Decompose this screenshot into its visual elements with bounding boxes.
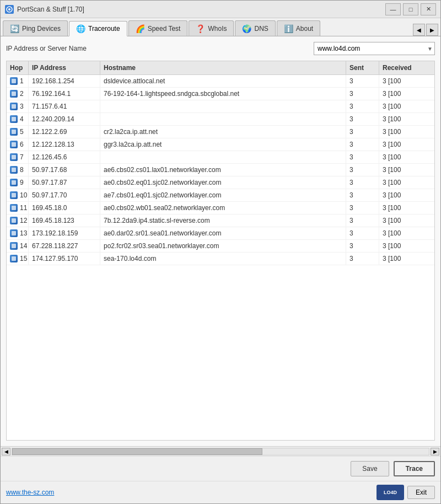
maximize-button[interactable]: □ [403,3,418,15]
cell-hostname: ggr3.la2ca.ip.att.net [100,138,346,151]
table-row[interactable]: 11169.45.18.0ae0.cbs02.wb01.sea02.networ… [7,202,434,215]
brand-logo: LO4D [377,485,404,500]
hop-icon [10,128,18,136]
table-row[interactable]: 13173.192.18.159ae0.dar02.sr01.sea01.net… [7,227,434,240]
window-controls: — □ ✕ [385,3,436,15]
footer-brand: LO4D Exit [377,485,435,500]
cell-hop: 11 [7,202,29,214]
save-button[interactable]: Save [351,461,389,476]
hop-icon [10,166,18,174]
cell-received: 3 [100 [379,253,434,265]
table-row[interactable]: 712.126.45.633 [100 [7,151,434,164]
exit-button[interactable]: Exit [407,486,435,499]
col-hostname: Hostname [100,61,346,74]
address-select-wrapper: www.lo4d.com ▼ [314,42,435,55]
hop-icon [10,179,18,186]
tab-speed-label: Speed Test [148,25,181,33]
tab-traceroute[interactable]: 🌐 Traceroute [69,21,127,36]
trace-button[interactable]: Trace [394,461,435,476]
cell-received: 3 [100 [379,227,434,239]
tab-speed-test[interactable]: 🌈 Speed Test [128,20,188,36]
col-received: Received [379,61,434,74]
table-row[interactable]: 512.122.2.69cr2.la2ca.ip.att.net33 [100 [7,126,434,138]
col-sent: Sent [346,61,379,74]
tab-traceroute-label: Traceroute [88,25,120,33]
cell-hop: 2 [7,88,29,100]
cell-hop: 10 [7,189,29,201]
tab-whois[interactable]: ❓ WhoIs [189,20,234,36]
window-title: PortScan & Stuff [1.70] [17,6,385,13]
tab-scroll-left[interactable]: ◀ [413,24,425,36]
hop-icon [10,115,18,123]
tab-about[interactable]: ℹ️ About [277,20,320,36]
cell-ip: 192.168.1.254 [29,75,100,87]
cell-sent: 3 [346,253,379,265]
cell-hostname [100,151,346,163]
cell-ip: 12.122.2.69 [29,126,100,138]
traceroute-table: Hop IP Address Hostname Sent Received 11… [6,61,435,441]
speed-icon: 🌈 [136,24,145,33]
cell-received: 3 [100 [379,189,434,201]
cell-ip: 173.192.18.159 [29,227,100,239]
cell-sent: 3 [346,240,379,252]
trace-icon: 🌐 [76,24,85,33]
horizontal-scrollbar: ◀ ▶ [1,446,440,456]
scroll-right-arrow[interactable]: ▶ [431,448,439,455]
table-row[interactable]: 12169.45.18.1237b.12.2da9.ip4.static.sl-… [7,215,434,227]
bottom-bar: Save Trace [1,456,440,481]
cell-sent: 3 [346,126,379,138]
cell-hostname: 7b.12.2da9.ip4.static.sl-reverse.com [100,215,346,227]
table-row[interactable]: 1050.97.17.70ae7.cbs01.eq01.sjc02.networ… [7,189,434,202]
table-row[interactable]: 15174.127.95.170sea-170.lo4d.com33 [100 [7,253,434,265]
main-window: PortScan & Stuff [1.70] — □ ✕ 🔄 Ping Dev… [0,0,441,504]
tab-ping-devices[interactable]: 🔄 Ping Devices [3,20,68,36]
tab-whois-label: WhoIs [208,25,227,33]
table-row[interactable]: 371.157.6.4133 [100 [7,100,434,113]
col-ip: IP Address [29,61,100,74]
cell-ip: 174.127.95.170 [29,253,100,265]
close-button[interactable]: ✕ [421,3,436,15]
tab-dns[interactable]: 🌍 DNS [235,20,275,36]
minimize-button[interactable]: — [385,3,401,15]
table-row[interactable]: 1467.228.118.227po2.fcr02.sr03.sea01.net… [7,240,434,253]
cell-hop: 7 [7,151,29,163]
footer: www.the-sz.com LO4D Exit [1,481,440,503]
cell-received: 3 [100 [379,164,434,176]
cell-ip: 12.122.128.13 [29,138,100,151]
scroll-left-arrow[interactable]: ◀ [2,448,10,455]
cell-hop: 8 [7,164,29,176]
table-row[interactable]: 1192.168.1.254dsldevice.attlocal.net33 [… [7,75,434,88]
hop-icon [10,242,18,250]
table-row[interactable]: 950.97.17.87ae0.cbs02.eq01.sjc02.network… [7,176,434,189]
cell-ip: 12.126.45.6 [29,151,100,163]
brand-text: LO4D [384,490,397,495]
cell-sent: 3 [346,176,379,189]
website-link[interactable]: www.the-sz.com [6,489,54,496]
tab-scroll-right[interactable]: ▶ [426,24,438,36]
table-row[interactable]: 612.122.128.13ggr3.la2ca.ip.att.net33 [1… [7,138,434,151]
table-row[interactable]: 276.192.164.176-192-164-1.lightspeed.snd… [7,88,434,100]
cell-received: 3 [100 [379,126,434,138]
table-body: 1192.168.1.254dsldevice.attlocal.net33 [… [7,75,434,440]
tab-bar: 🔄 Ping Devices 🌐 Traceroute 🌈 Speed Test… [1,18,440,36]
title-bar: PortScan & Stuff [1.70] — □ ✕ [1,1,440,18]
content-area: IP Address or Server Name www.lo4d.com ▼… [1,36,440,446]
about-icon: ℹ️ [284,24,293,33]
tab-nav-arrows: ◀ ▶ [413,24,438,36]
tab-dns-label: DNS [254,25,268,33]
scroll-track[interactable] [12,448,429,455]
cell-ip: 169.45.18.123 [29,215,100,227]
cell-hostname [100,100,346,112]
address-select[interactable]: www.lo4d.com [314,42,435,55]
cell-hop: 15 [7,253,29,265]
cell-ip: 76.192.164.1 [29,88,100,100]
cell-sent: 3 [346,151,379,163]
cell-received: 3 [100 [379,138,434,151]
cell-hop: 5 [7,126,29,138]
ping-icon: 🔄 [10,24,19,33]
cell-ip: 50.97.17.87 [29,176,100,189]
cell-hostname: ae6.cbs02.cs01.lax01.networklayer.com [100,164,346,176]
cell-hop: 9 [7,176,29,189]
table-row[interactable]: 412.240.209.1433 [100 [7,113,434,126]
table-row[interactable]: 850.97.17.68ae6.cbs02.cs01.lax01.network… [7,164,434,176]
